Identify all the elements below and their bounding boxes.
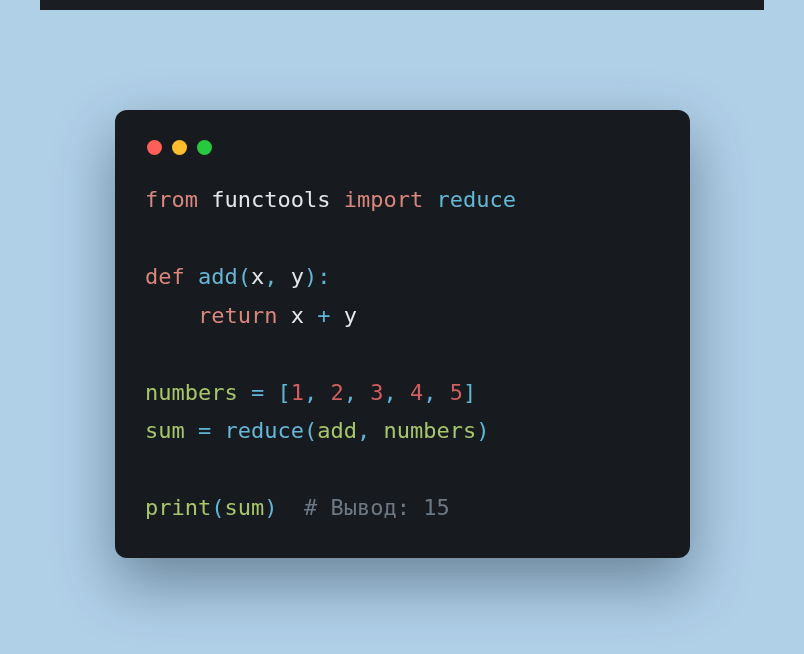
minimize-icon[interactable] [172, 140, 187, 155]
paren-open: ( [304, 418, 317, 443]
keyword-from: from [145, 187, 198, 212]
var-sum: sum [145, 418, 185, 443]
space [277, 495, 304, 520]
comma: , [304, 380, 331, 405]
op-assign: = [185, 418, 225, 443]
indent [145, 303, 198, 328]
bracket-open: [ [277, 380, 290, 405]
import-name: reduce [436, 187, 515, 212]
arg-add: add [317, 418, 357, 443]
num-2: 2 [330, 380, 343, 405]
fn-reduce: reduce [225, 418, 304, 443]
code-window: from functools import reduce def add(x, … [115, 110, 690, 558]
var-x: x [291, 303, 304, 328]
colon: : [317, 264, 330, 289]
bracket-close: ] [463, 380, 476, 405]
arg-numbers: numbers [383, 418, 476, 443]
num-1: 1 [291, 380, 304, 405]
paren-open: ( [238, 264, 251, 289]
comma: , [357, 418, 384, 443]
comma: , [423, 380, 450, 405]
keyword-def: def [145, 264, 185, 289]
paren-close: ) [264, 495, 277, 520]
zoom-icon[interactable] [197, 140, 212, 155]
op-plus: + [304, 303, 344, 328]
keyword-return: return [198, 303, 277, 328]
close-icon[interactable] [147, 140, 162, 155]
page-top-bar [40, 0, 764, 10]
fn-print: print [145, 495, 211, 520]
num-4: 4 [410, 380, 423, 405]
num-5: 5 [450, 380, 463, 405]
window-traffic-lights [145, 134, 660, 181]
module-name: functools [211, 187, 330, 212]
keyword-import: import [344, 187, 423, 212]
op-assign: = [238, 380, 278, 405]
num-3: 3 [370, 380, 383, 405]
comma: , [344, 380, 371, 405]
param-x: x [251, 264, 264, 289]
param-y: y [291, 264, 304, 289]
var-numbers: numbers [145, 380, 238, 405]
paren-close: ) [304, 264, 317, 289]
comma: , [264, 264, 291, 289]
paren-open: ( [211, 495, 224, 520]
arg-sum: sum [224, 495, 264, 520]
var-y: y [344, 303, 357, 328]
comment: # Вывод: 15 [304, 495, 450, 520]
comma: , [383, 380, 410, 405]
paren-close: ) [476, 418, 489, 443]
code-block: from functools import reduce def add(x, … [145, 181, 660, 528]
fn-add: add [198, 264, 238, 289]
